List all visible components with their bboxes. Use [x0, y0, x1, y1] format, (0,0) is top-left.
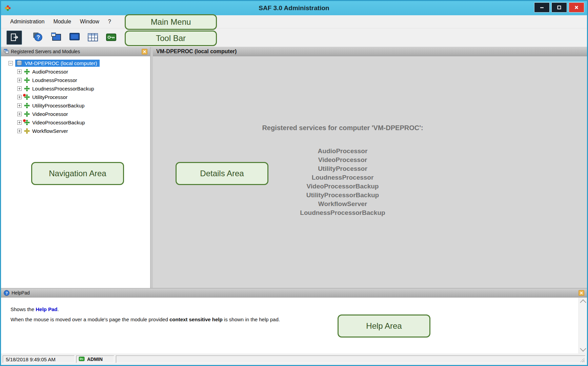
tree-item-label: VideoProcessor: [32, 111, 68, 117]
tree-item[interactable]: VideoProcessor: [1, 110, 150, 118]
helppad-close-icon[interactable]: [579, 290, 584, 296]
modules-icon: [51, 32, 62, 43]
panel-icon: [4, 49, 9, 55]
service-item: UtilityProcessorBackup: [153, 191, 532, 200]
helppad-scrollbar[interactable]: [579, 298, 587, 353]
module-icon: [24, 77, 30, 83]
menu-administration[interactable]: Administration: [6, 17, 49, 27]
exit-button[interactable]: [6, 30, 22, 45]
details-heading: Registered services for computer 'VM-DPE…: [153, 124, 532, 132]
module-icon: [24, 103, 30, 109]
tool-bar: ?: [1, 28, 587, 47]
tree-item-label: WorkflowServer: [32, 128, 68, 134]
tree-item-label: LoudnessProcessor: [32, 77, 77, 83]
tree-root[interactable]: VM-DPEPROC (local computer): [1, 59, 150, 67]
expand-icon[interactable]: [17, 120, 22, 125]
navigation-header: Registered Servers and Modules: [1, 47, 150, 56]
tree-item-label: UtilityProcessor: [32, 94, 67, 100]
annotation-main-menu: Main Menu: [125, 14, 217, 30]
module-icon: [24, 86, 30, 92]
svg-text:?: ?: [5, 291, 8, 295]
app-icon: [4, 5, 11, 12]
tree-root-label: VM-DPEPROC (local computer): [25, 60, 97, 66]
status-datetime: 5/18/2018 9:49:05 AM: [3, 355, 75, 363]
minimize-button[interactable]: [534, 2, 550, 13]
status-bar: 5/18/2018 9:49:05 AM ADMIN: [1, 353, 587, 365]
tree-item[interactable]: UtilityProcessor: [1, 93, 150, 101]
module-icon: [24, 120, 30, 126]
helppad-title: HelpPad: [12, 290, 579, 296]
service-item: AudioProcessor: [153, 147, 532, 156]
annotation-navigation-area: Navigation Area: [31, 162, 124, 185]
tree-item[interactable]: UtilityProcessorBackup: [1, 101, 150, 110]
modules-button[interactable]: [48, 30, 64, 45]
scroll-down-icon[interactable]: [580, 345, 586, 351]
grid-button[interactable]: [85, 30, 101, 45]
expand-icon[interactable]: [17, 69, 22, 74]
service-item: WorkflowServer: [153, 200, 532, 208]
scroll-up-icon[interactable]: [580, 299, 586, 305]
tree-item-label: VideoProcessorBackup: [32, 120, 85, 125]
help-circle-icon: ?: [4, 290, 9, 296]
navigation-title: Registered Servers and Modules: [11, 49, 142, 54]
help-icon: ?: [33, 32, 43, 44]
close-button[interactable]: [569, 2, 584, 13]
menu-window[interactable]: Window: [76, 17, 104, 27]
menu-module[interactable]: Module: [49, 17, 75, 27]
title-bar: SAF 3.0 Administration: [1, 1, 587, 15]
user-key-icon: [79, 357, 85, 362]
expand-icon[interactable]: [17, 86, 22, 91]
helppad-line1: Shows the Help Pad.: [11, 306, 570, 312]
expand-icon[interactable]: [17, 129, 22, 133]
splitter[interactable]: [150, 47, 153, 288]
tree-item[interactable]: LoudnessProcessorBackup: [1, 84, 150, 93]
tree-item[interactable]: WorkflowServer: [1, 127, 150, 135]
helppad-body: Shows the Help Pad. When the mouse is mo…: [1, 298, 587, 353]
status-user-label: ADMIN: [87, 357, 103, 362]
module-icon: [24, 128, 30, 134]
annotation-tool-bar: Tool Bar: [125, 30, 217, 46]
key-icon: [106, 33, 117, 42]
helppad-header: ? HelpPad: [1, 288, 587, 298]
tree-item-label: UtilityProcessorBackup: [32, 103, 84, 108]
helppad-line2: When the mouse is moved over a module's …: [11, 317, 570, 322]
monitor-icon: [69, 33, 80, 43]
status-badge: [23, 94, 26, 97]
expand-icon[interactable]: [17, 103, 22, 108]
tree-item-label: LoudnessProcessorBackup: [32, 86, 94, 92]
menu-help[interactable]: ?: [104, 17, 116, 27]
exit-icon: [10, 33, 19, 43]
status-user: ADMIN: [76, 355, 114, 363]
grid-icon: [87, 33, 98, 43]
expand-icon[interactable]: [17, 78, 22, 82]
helppad-link[interactable]: Help Pad: [36, 306, 57, 312]
selected-node[interactable]: VM-DPEPROC (local computer): [15, 60, 100, 67]
module-icon: [24, 111, 30, 117]
server-icon: [16, 60, 22, 66]
helppad-panel: ? HelpPad Shows the Help Pad. When the m…: [1, 288, 587, 353]
tree-item[interactable]: AudioProcessor: [1, 67, 150, 76]
expand-icon[interactable]: [17, 95, 22, 99]
tree-item[interactable]: LoudnessProcessor: [1, 76, 150, 84]
module-icon: [24, 94, 30, 100]
key-button[interactable]: [103, 30, 119, 45]
help-button[interactable]: ?: [30, 30, 46, 45]
window-title: SAF 3.0 Administration: [1, 4, 587, 12]
annotation-help-area: Help Area: [338, 314, 430, 338]
menu-bar: Administration Module Window ?: [1, 15, 587, 28]
details-header: VM-DPEPROC (local computer): [153, 47, 587, 56]
expand-icon[interactable]: [17, 112, 22, 116]
navigation-close-icon[interactable]: [142, 49, 147, 55]
monitor-button[interactable]: [67, 30, 82, 45]
tree-item[interactable]: VideoProcessorBackup: [1, 118, 150, 127]
tree-item-label: AudioProcessor: [32, 69, 68, 75]
window-controls: [534, 2, 584, 13]
service-item: LoudnessProcessorBackup: [153, 208, 532, 217]
resize-grip[interactable]: [580, 358, 585, 362]
module-icon: [24, 69, 30, 75]
status-badge: [23, 119, 26, 122]
maximize-button[interactable]: [551, 2, 567, 13]
status-filler: [116, 355, 585, 363]
annotation-details-area: Details Area: [176, 162, 268, 185]
collapse-icon[interactable]: [8, 61, 13, 65]
